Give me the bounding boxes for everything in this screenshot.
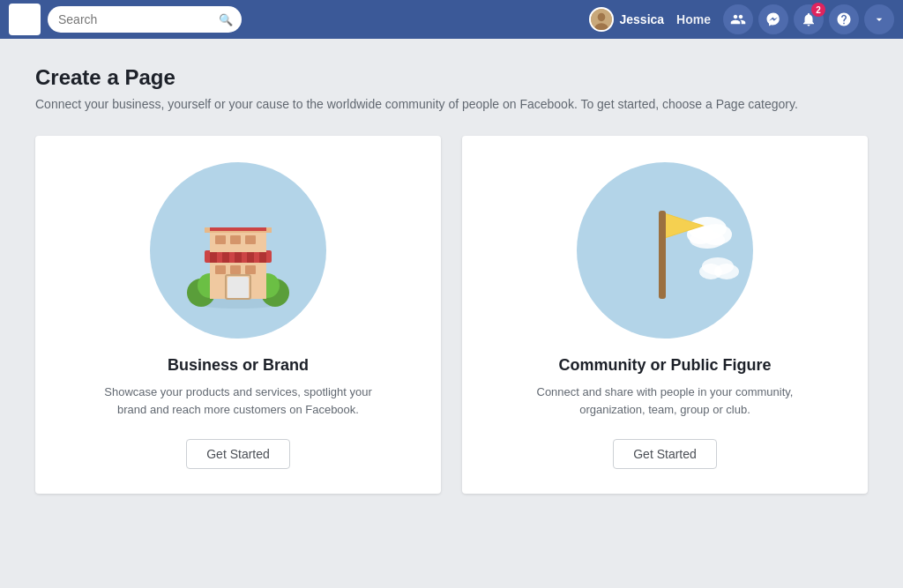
svg-rect-22 <box>215 235 226 244</box>
community-card: Community or Public Figure Connect and s… <box>462 136 868 494</box>
facebook-logo[interactable] <box>9 4 41 35</box>
svg-rect-13 <box>228 277 249 299</box>
svg-rect-23 <box>230 235 241 244</box>
svg-rect-18 <box>235 250 242 263</box>
business-card-title: Business or Brand <box>168 356 309 375</box>
svg-rect-12 <box>245 265 256 274</box>
navbar-right: Jessica Home 2 <box>589 4 894 34</box>
notification-badge: 2 <box>811 3 825 17</box>
svg-rect-20 <box>259 250 266 263</box>
community-illustration <box>577 162 753 339</box>
svg-rect-16 <box>210 250 217 263</box>
avatar <box>589 7 614 32</box>
user-name: Jessica <box>619 12 664 26</box>
search-container: 🔍 <box>48 6 242 33</box>
main-content: Create a Page Connect your business, you… <box>0 39 903 588</box>
search-input[interactable] <box>48 6 242 33</box>
business-card: Business or Brand Showcase your products… <box>35 136 441 494</box>
svg-point-31 <box>690 231 725 249</box>
home-button[interactable]: Home <box>669 12 718 26</box>
community-card-desc: Connect and share with people in your co… <box>524 383 806 418</box>
svg-point-1 <box>598 13 606 21</box>
menu-icon-button[interactable] <box>864 4 894 34</box>
help-icon-button[interactable] <box>829 4 859 34</box>
page-title: Create a Page <box>35 65 868 90</box>
svg-point-34 <box>699 264 722 279</box>
svg-rect-10 <box>215 265 226 274</box>
business-illustration <box>150 162 326 339</box>
svg-rect-11 <box>230 265 241 274</box>
svg-rect-17 <box>222 250 229 263</box>
community-card-title: Community or Public Figure <box>558 356 771 375</box>
messenger-icon-button[interactable] <box>758 4 788 34</box>
cards-container: Business or Brand Showcase your products… <box>35 136 868 494</box>
business-card-desc: Showcase your products and services, spo… <box>97 383 379 418</box>
notifications-icon-button[interactable]: 2 <box>794 4 824 34</box>
navbar: 🔍 Jessica Home <box>0 0 903 39</box>
svg-rect-19 <box>247 250 254 263</box>
search-icon: 🔍 <box>219 13 233 26</box>
business-get-started-button[interactable]: Get Started <box>186 439 290 469</box>
user-profile-button[interactable]: Jessica <box>589 7 664 32</box>
page-subtitle: Connect your business, yourself or your … <box>35 97 868 111</box>
community-get-started-button[interactable]: Get Started <box>613 439 717 469</box>
friends-icon-button[interactable] <box>723 4 753 34</box>
svg-rect-24 <box>245 235 256 244</box>
svg-rect-35 <box>659 211 666 299</box>
svg-rect-26 <box>210 227 266 231</box>
